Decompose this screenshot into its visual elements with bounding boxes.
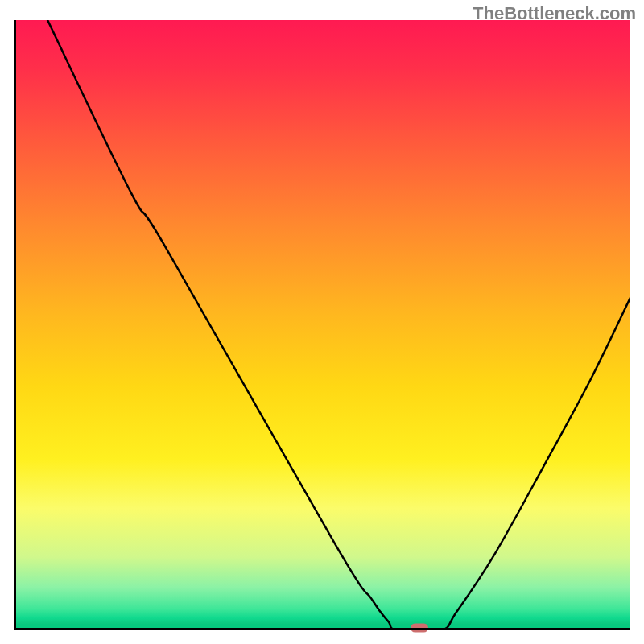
watermark-text: TheBottleneck.com xyxy=(473,3,636,24)
bottleneck-curve xyxy=(14,20,630,630)
y-axis xyxy=(14,20,16,630)
x-axis xyxy=(14,628,630,630)
chart-container: TheBottleneck.com xyxy=(0,0,644,644)
plot-area xyxy=(14,20,630,630)
